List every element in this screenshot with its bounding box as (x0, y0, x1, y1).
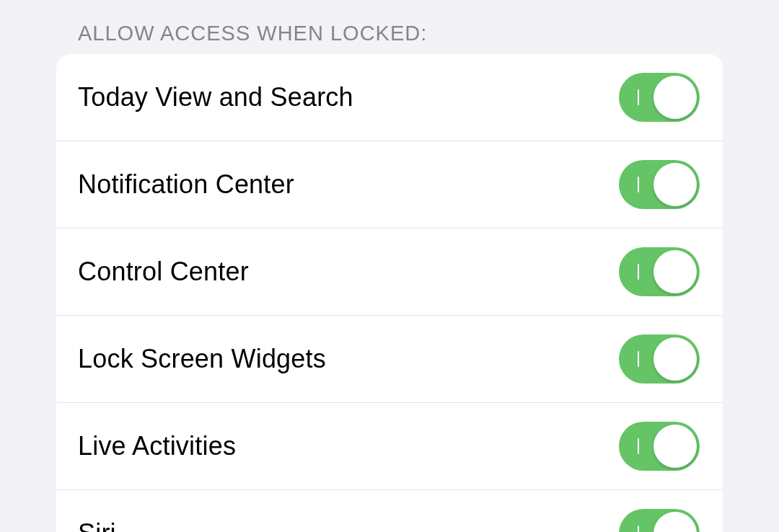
row-label-live-activities: Live Activities (78, 431, 236, 461)
toggle-knob-icon (653, 337, 697, 381)
toggle-on-indicator-icon (638, 351, 639, 367)
row-label-today-view-and-search: Today View and Search (78, 82, 353, 112)
toggle-control-center[interactable] (619, 247, 700, 296)
row-today-view-and-search: Today View and Search (56, 54, 723, 141)
toggle-knob-icon (653, 163, 697, 206)
toggle-on-indicator-icon (638, 89, 639, 105)
row-siri: Siri (56, 489, 723, 532)
row-label-notification-center: Notification Center (78, 169, 294, 200)
row-label-siri: Siri (78, 518, 116, 532)
toggle-knob-icon (653, 76, 697, 119)
toggle-on-indicator-icon (638, 177, 639, 192)
row-label-control-center: Control Center (78, 257, 249, 287)
toggle-on-indicator-icon (638, 526, 639, 532)
toggle-today-view-and-search[interactable] (619, 73, 700, 122)
toggle-live-activities[interactable] (619, 422, 700, 471)
row-notification-center: Notification Center (56, 141, 723, 228)
section-header-allow-access-when-locked: Allow Access When Locked: (0, 0, 779, 54)
row-label-lock-screen-widgets: Lock Screen Widgets (78, 344, 326, 374)
toggle-lock-screen-widgets[interactable] (619, 334, 700, 384)
settings-card: Today View and Search Notification Cente… (56, 54, 723, 532)
toggle-on-indicator-icon (638, 264, 639, 280)
row-control-center: Control Center (56, 228, 723, 315)
toggle-siri[interactable] (619, 509, 700, 532)
toggle-notification-center[interactable] (619, 160, 700, 209)
toggle-knob-icon (653, 425, 697, 468)
toggle-knob-icon (653, 512, 697, 532)
toggle-knob-icon (653, 250, 697, 293)
row-lock-screen-widgets: Lock Screen Widgets (56, 315, 723, 402)
toggle-on-indicator-icon (638, 438, 639, 454)
row-live-activities: Live Activities (56, 402, 723, 489)
